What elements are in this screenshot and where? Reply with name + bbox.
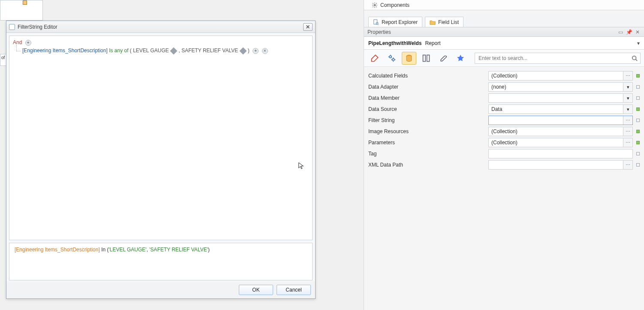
property-label: Data Adapter [368,84,488,90]
property-modified-marker [636,96,640,100]
dropdown-icon[interactable]: ▾ [623,105,632,113]
property-label: Parameters [368,140,488,146]
filter-condition-row[interactable]: [Engineering Items_ShortDescription] Is … [13,48,309,54]
appearance-category-icon[interactable] [367,52,382,65]
property-label: XML Data Path [368,162,488,168]
dropdown-icon[interactable]: ▾ [623,83,632,91]
add-condition-icon[interactable]: + [25,40,31,46]
property-modified-marker [636,152,640,155]
property-modified-marker [636,119,640,122]
condition-operator[interactable]: Is any of [109,48,128,54]
property-modified-marker [636,130,640,133]
filter-tree-area[interactable]: And + [Engineering Items_ShortDescriptio… [9,36,313,240]
property-row: XML Data Path⋯ [368,159,640,170]
property-value[interactable]: (Collection)⋯ [488,127,633,136]
svg-point-4 [389,56,391,58]
svg-line-10 [636,59,638,61]
smart-tag-icon [23,0,27,5]
condition-values: ( [130,48,132,54]
property-modified-marker [636,141,640,144]
property-row: Filter String⋯ [368,115,640,126]
svg-rect-7 [423,55,426,61]
components-tab[interactable]: Components [364,0,644,10]
gear-icon [372,2,378,8]
expr-field: [Engineering Items_ShortDescription] [15,247,100,253]
edit-value-icon[interactable] [170,47,178,54]
close-button[interactable]: ✕ [303,23,313,31]
dialog-buttons: OK Cancel [6,281,315,298]
filter-group-and[interactable]: And + [13,39,309,46]
property-label: Filter String [368,117,488,123]
ellipsis-button[interactable]: ⋯ [623,72,632,80]
folder-icon [430,19,436,25]
pin-icon[interactable]: 📌 [626,29,632,35]
tab-report-explorer[interactable]: Report Explorer [368,17,422,27]
property-row: Image Resources(Collection)⋯ [368,126,640,137]
svg-point-5 [392,58,394,60]
right-side-panel: Components Report Explorer Field List Pr… [364,0,644,310]
property-modified-marker [636,74,640,78]
property-modified-marker [636,85,640,89]
expression-preview[interactable]: [Engineering Items_ShortDescription] In … [9,243,313,280]
ok-button[interactable]: OK [239,285,273,295]
svg-rect-8 [427,55,430,61]
object-dropdown-icon[interactable]: ▾ [637,40,640,46]
filterstring-editor-dialog: FilterString Editor ✕ And + [Engineering… [6,21,316,299]
designer-background-fragment [0,0,43,21]
property-value[interactable]: ⋯ [488,160,633,170]
data-category-icon[interactable] [402,52,416,65]
remove-condition-icon[interactable]: × [262,48,268,54]
property-value[interactable]: (Collection)⋯ [488,138,633,147]
close-icon[interactable]: ✕ [635,29,641,35]
dialog-title-icon [9,24,15,30]
properties-title: Properties [367,29,391,35]
restore-icon[interactable]: ▭ [617,29,623,35]
cancel-button[interactable]: Cancel [277,285,311,295]
svg-point-9 [632,56,636,60]
dropdown-icon[interactable]: ▾ [623,94,632,102]
properties-toolbar [364,50,644,67]
property-row: Data Adapter(none)▾ [368,81,640,92]
panel-header-controls: ▭ 📌 ✕ [617,29,641,35]
property-label: Calculated Fields [368,73,488,79]
property-value[interactable]: ⋯ [488,116,633,125]
property-modified-marker [636,107,640,111]
object-name: PipeLengthwithWelds [368,40,421,46]
properties-panel-header[interactable]: Properties ▭ 📌 ✕ [364,27,644,37]
explorer-tabs: Report Explorer Field List [364,15,644,27]
property-row: Data Member▾ [368,92,640,104]
and-operator-label[interactable]: And [13,39,22,45]
property-row: Tag [368,148,640,159]
search-input[interactable] [478,55,632,62]
ellipsis-button[interactable]: ⋯ [623,127,632,136]
document-search-icon [373,19,379,25]
ellipsis-button[interactable]: ⋯ [623,138,632,147]
property-value[interactable] [488,149,633,158]
properties-search[interactable] [475,53,641,64]
misc-category-icon[interactable] [436,52,451,65]
layout-category-icon[interactable] [419,52,433,65]
tab-field-list[interactable]: Field List [425,17,463,27]
properties-grid: Calculated Fields(Collection)⋯Data Adapt… [364,67,644,175]
ellipsis-button[interactable]: ⋯ [623,116,632,125]
edit-value-icon[interactable] [239,47,247,54]
dialog-title: FilterString Editor [18,24,57,30]
ellipsis-button[interactable]: ⋯ [623,161,632,169]
property-row: Parameters(Collection)⋯ [368,137,640,148]
search-icon [632,55,638,61]
condition-value-1[interactable]: LEVEL GAUGE [133,48,169,54]
behavior-category-icon[interactable] [385,52,399,65]
property-value[interactable]: (none)▾ [488,82,633,92]
property-value[interactable]: Data▾ [488,104,633,114]
dialog-titlebar[interactable]: FilterString Editor ✕ [6,21,315,33]
condition-field[interactable]: [Engineering Items_ShortDescription] [22,48,108,54]
condition-value-2[interactable]: SAFETY RELIEF VALVE [181,48,238,54]
svg-point-0 [374,4,376,6]
object-selector[interactable]: PipeLengthwithWelds Report ▾ [364,37,644,50]
property-value[interactable]: ▾ [488,93,633,103]
property-value[interactable]: (Collection)⋯ [488,71,633,80]
add-value-icon[interactable]: + [253,48,259,54]
property-label: Tag [368,151,488,157]
favorites-category-icon[interactable] [453,52,468,65]
property-label: Image Resources [368,128,488,134]
